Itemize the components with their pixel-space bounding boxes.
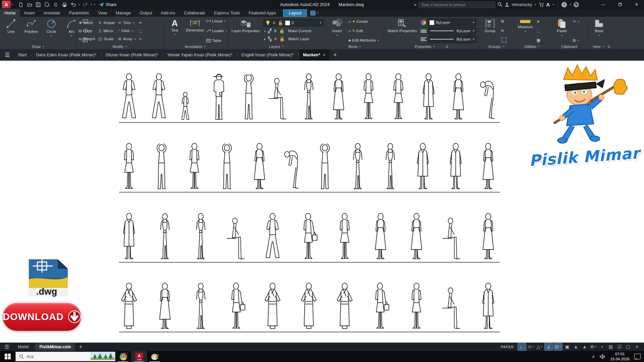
ribbon-tab-view[interactable]: View [94, 9, 111, 17]
ribbon-tab-manage[interactable]: Manage [111, 9, 135, 17]
save-as-button[interactable] [43, 1, 51, 8]
autodesk-logo-icon[interactable]: A [546, 2, 550, 7]
layer-off-icon[interactable]: ◖ [263, 29, 266, 33]
array-button[interactable]: ⊞Array▾ [118, 35, 137, 43]
mannequin-coat[interactable] [123, 213, 135, 259]
mannequin-stand[interactable] [340, 213, 350, 258]
mannequin-child[interactable] [182, 92, 189, 120]
mannequin-dress[interactable] [333, 73, 344, 119]
arc-caret-icon[interactable]: ▾ [71, 35, 72, 38]
mannequin-armsup[interactable] [320, 144, 329, 189]
app-menu-button[interactable]: A [2, 1, 11, 8]
line-button[interactable]: Line [2, 18, 20, 44]
ribbon-tab-annotate[interactable]: Annotate [39, 9, 65, 17]
mannequin-bikini[interactable] [305, 74, 313, 119]
object-snap-tracking-icon[interactable]: ∠ [544, 343, 553, 351]
make-current-button[interactable]: Make Current [288, 29, 311, 33]
autodesk-caret-icon[interactable]: ▾ [552, 3, 554, 6]
mannequin-bag[interactable] [232, 283, 245, 328]
feedback-icon[interactable]: ✎ [574, 2, 579, 7]
copy-button[interactable]: ⧉Copy [79, 27, 95, 35]
new-file-button[interactable] [17, 1, 25, 8]
panel-block-label[interactable]: Block▾ [326, 44, 384, 49]
mannequin-stand[interactable] [394, 73, 403, 119]
help-caret-icon[interactable]: ▾ [570, 3, 571, 6]
insert-block-button[interactable]: Insert ▾ [328, 18, 346, 44]
open-file-button[interactable] [25, 1, 34, 8]
mannequin-dress[interactable] [411, 213, 422, 259]
panel-draw-label[interactable]: Draw▾ [0, 44, 76, 49]
layer-unisolate-icon[interactable]: ▚ [268, 37, 271, 41]
file-tabs-menu-icon[interactable]: ☰ [5, 52, 10, 59]
overkill-button[interactable]: ⊂ [139, 37, 142, 41]
mannequin-stand[interactable] [412, 283, 421, 328]
volume-icon[interactable] [599, 354, 605, 359]
group-button[interactable]: Group [481, 18, 499, 44]
mannequin-kimono[interactable] [265, 283, 280, 328]
redo-button[interactable] [81, 1, 89, 8]
panel-properties-label[interactable]: Properties▾ ⇲ [384, 44, 479, 49]
scale-button[interactable]: ◰Scale [99, 35, 115, 43]
layout-switcher-caret-icon[interactable]: ▾ [317, 11, 318, 14]
mannequin-kimono[interactable] [301, 283, 316, 328]
layer-properties-button[interactable]: Layer Properties [230, 18, 261, 44]
mannequin-armsup[interactable] [244, 74, 253, 119]
search-highlight-image[interactable] [91, 352, 115, 360]
file-tab-drawing-3[interactable]: Yemek Yapan İnsan (Pislik Mimar)* [164, 49, 235, 61]
panel-utilities-label[interactable]: Utilities▾ [514, 44, 550, 49]
linetype-select[interactable]: ByLayer▼ [428, 36, 477, 43]
mannequin-bag[interactable] [376, 283, 389, 328]
app-menu-caret-icon[interactable]: ▾ [11, 3, 13, 6]
selection-cycling-icon[interactable]: ▣ [563, 343, 571, 350]
leader-button[interactable]: Leader▾ [206, 29, 228, 33]
mannequin-stand[interactable] [124, 143, 134, 188]
file-tab-drawing-5[interactable]: Manken*✕ [300, 49, 329, 61]
panel-annotation-label[interactable]: Annotation▾ [164, 44, 227, 49]
workspace-switching-icon[interactable]: ▤ [607, 343, 615, 350]
plot-button[interactable] [60, 1, 68, 8]
properties-dialog-launcher-icon[interactable]: ⇲ [445, 45, 448, 48]
mannequin-dress[interactable] [375, 213, 386, 259]
open-from-web-mobile-button[interactable] [52, 1, 60, 8]
ribbon-tab-featured-apps[interactable]: Featured Apps [245, 9, 280, 17]
layer-unlock-icon[interactable]: 🔓 [279, 37, 285, 41]
action-center-icon[interactable] [634, 354, 641, 359]
panel-view-label[interactable]: View▾ ⇲ [588, 44, 644, 49]
mannequin-coat[interactable] [483, 283, 494, 328]
annotation-scale-settings-icon[interactable]: ⚙▼ [589, 343, 597, 350]
object-snap-icon[interactable]: ⊡▼ [554, 343, 562, 351]
ribbon-tab-layout[interactable]: Layout [283, 9, 307, 17]
match-layer-button[interactable]: Match Layer [288, 37, 309, 41]
search-icon[interactable] [497, 2, 502, 7]
undo-caret-icon[interactable]: ▾ [78, 3, 80, 6]
restore-button[interactable] [612, 0, 627, 9]
panel-modify-label[interactable]: Modify▾ [77, 44, 163, 49]
ribbon-tab-express-tools[interactable]: Express Tools [210, 9, 245, 17]
mannequin-armsup[interactable] [222, 144, 231, 189]
share-button[interactable]: Share [99, 2, 116, 7]
edit-block-button[interactable]: ▱✎ Edit [348, 28, 380, 33]
account-icon[interactable] [504, 2, 509, 7]
group-edit-icon[interactable]: ⧈ [501, 28, 507, 33]
circle-caret-icon[interactable]: ▾ [51, 35, 52, 38]
dimension-button[interactable]: Dimension [186, 18, 204, 44]
mannequin-bend[interactable] [480, 81, 494, 119]
ribbon-tab-add-ins[interactable]: Add-ins [157, 9, 179, 17]
mirror-button[interactable]: ⋀Mirror [99, 27, 115, 35]
new-drawing-tab-button[interactable]: + [333, 52, 337, 59]
stretch-button[interactable]: ⧅Stretch [79, 35, 95, 43]
fillet-button[interactable]: ◜Fillet▾ [118, 27, 137, 35]
polar-tracking-icon[interactable]: ⊙▼ [527, 343, 535, 350]
mannequin-sit[interactable] [442, 288, 460, 328]
create-block-button[interactable]: ▱✦ Create [348, 19, 380, 24]
account-caret-icon[interactable]: ▾ [535, 3, 536, 6]
start-button[interactable] [0, 351, 15, 362]
search-expand-icon[interactable]: ▶ [415, 3, 417, 6]
polyline-button[interactable]: Polyline [22, 18, 40, 44]
view-dialog-launcher-icon[interactable]: ⇲ [607, 45, 610, 48]
quick-calculator-icon[interactable]: ⬚ [537, 28, 540, 33]
mannequin-sit[interactable] [269, 78, 286, 119]
ribbon-tab-output[interactable]: Output [135, 9, 157, 17]
explode-button[interactable]: ⬚ [139, 28, 142, 33]
crosshair-icon[interactable]: + [598, 343, 606, 350]
